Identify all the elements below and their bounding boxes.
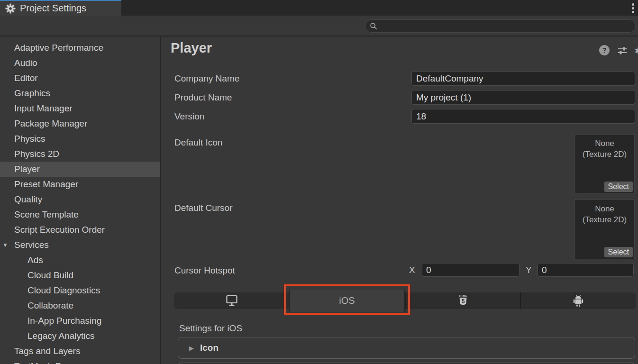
cursor-hotspot-label: Cursor Hotspot <box>174 263 235 278</box>
default-icon-select-button[interactable]: Select <box>604 182 633 192</box>
sidebar-item-quality[interactable]: Quality <box>0 192 160 207</box>
foldout-label: Icon <box>200 343 219 353</box>
svg-text:5: 5 <box>461 298 465 305</box>
tab-ios-label: iOS <box>339 295 355 306</box>
sidebar-item-in-app-purchasing[interactable]: In-App Purchasing <box>0 313 160 328</box>
sidebar-item-player[interactable]: Player <box>0 162 160 177</box>
toolbar <box>0 16 638 36</box>
android-icon <box>572 294 585 308</box>
sidebar-item-input-manager[interactable]: Input Manager <box>0 101 160 116</box>
chevron-down-icon[interactable]: ▼ <box>2 237 8 253</box>
hotspot-y-label: Y <box>526 263 532 277</box>
icon-foldout[interactable]: ▶ Icon <box>178 337 635 359</box>
project-settings-window: Project Settings Adaptive Performance Au… <box>0 0 638 364</box>
search-icon <box>369 22 378 30</box>
tab-android[interactable] <box>521 292 636 309</box>
slot-type: (Texture 2D) <box>575 149 634 160</box>
page-title: Player <box>171 40 212 56</box>
sidebar-item-editor[interactable]: Editor <box>0 71 160 86</box>
presets-sliders-icon[interactable] <box>617 45 628 58</box>
version-field[interactable] <box>411 109 635 124</box>
sidebar-item-package-manager[interactable]: Package Manager <box>0 116 160 131</box>
sidebar-item-services[interactable]: ▼ Services <box>0 237 160 253</box>
hotspot-y-field[interactable] <box>538 263 634 277</box>
svg-text:HTML: HTML <box>459 294 467 297</box>
sidebar-item-graphics[interactable]: Graphics <box>0 86 160 101</box>
gear-icon <box>5 3 16 14</box>
monitor-icon <box>225 294 239 307</box>
sidebar-item-physics[interactable]: Physics <box>0 131 160 146</box>
product-name-label: Product Name <box>174 90 232 105</box>
settings-category-list: Adaptive Performance Audio Editor Graphi… <box>0 36 160 364</box>
overflow-partial-icon[interactable]: ✱ <box>635 46 638 55</box>
hotspot-x-field[interactable] <box>422 263 520 277</box>
settings-section-title: Settings for iOS <box>179 321 242 336</box>
sidebar-item-cloud-build[interactable]: Cloud Build <box>0 268 160 283</box>
tab-webgl[interactable]: HTML 5 <box>406 292 520 309</box>
sidebar-item-collaborate[interactable]: Collaborate <box>0 298 160 313</box>
slot-value: None <box>575 200 634 214</box>
default-icon-label: Default Icon <box>174 135 222 150</box>
sidebar-item-label: Services <box>14 240 49 250</box>
titlebar: Project Settings <box>0 0 638 16</box>
sidebar-item-tags-and-layers[interactable]: Tags and Layers <box>0 344 160 359</box>
tab-standalone[interactable] <box>174 292 289 309</box>
sidebar-item-physics-2d[interactable]: Physics 2D <box>0 146 160 162</box>
default-cursor-texture-slot[interactable]: None (Texture 2D) Select <box>574 200 635 259</box>
help-icon[interactable]: ? <box>599 45 610 55</box>
sidebar-item-scene-template[interactable]: Scene Template <box>0 207 160 222</box>
sidebar-item-script-execution-order[interactable]: Script Execution Order <box>0 222 160 237</box>
window-title: Project Settings <box>20 3 86 14</box>
sidebar-item-textmesh-pro[interactable]: TextMesh Pro <box>0 359 160 364</box>
hotspot-x-label: X <box>409 263 415 277</box>
tab-ios[interactable]: iOS <box>289 290 405 312</box>
company-name-label: Company Name <box>174 71 239 86</box>
player-settings-panel: Player ? ✱ Company Name Product Name Ver… <box>161 36 638 364</box>
search-box[interactable] <box>365 19 636 33</box>
search-input[interactable] <box>380 21 631 31</box>
sidebar-item-legacy-analytics[interactable]: Legacy Analytics <box>0 328 160 344</box>
chevron-right-icon: ▶ <box>189 345 194 352</box>
default-icon-texture-slot[interactable]: None (Texture 2D) Select <box>574 134 635 194</box>
sidebar-item-audio[interactable]: Audio <box>0 55 160 71</box>
slot-value: None <box>575 135 634 149</box>
slot-type: (Texture 2D) <box>575 214 634 225</box>
kebab-menu-icon[interactable] <box>629 2 636 14</box>
default-cursor-label: Default Cursor <box>174 200 233 215</box>
company-name-field[interactable] <box>411 71 635 86</box>
sidebar-item-ads[interactable]: Ads <box>0 253 160 268</box>
version-label: Version <box>174 109 204 124</box>
sidebar-item-preset-manager[interactable]: Preset Manager <box>0 177 160 192</box>
product-name-field[interactable] <box>411 90 635 105</box>
default-cursor-select-button[interactable]: Select <box>604 247 633 257</box>
html5-icon: HTML 5 <box>457 293 469 308</box>
project-settings-tab[interactable]: Project Settings <box>0 0 121 16</box>
sidebar-item-cloud-diagnostics[interactable]: Cloud Diagnostics <box>0 283 160 298</box>
platform-tabbar: iOS HTML 5 <box>174 292 636 309</box>
sidebar-item-adaptive-performance[interactable]: Adaptive Performance <box>0 40 160 55</box>
